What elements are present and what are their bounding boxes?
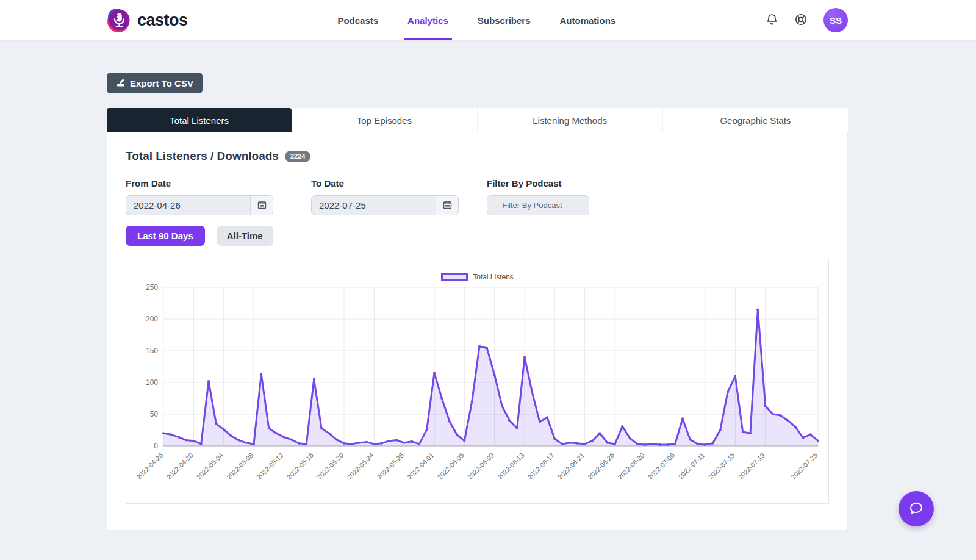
to-date-calendar-button[interactable]	[436, 196, 458, 215]
chat-widget-button[interactable]	[899, 491, 934, 526]
svg-text:2022-04-26: 2022-04-26	[135, 451, 164, 481]
nav-item-subscribers[interactable]: Subscribers	[478, 0, 531, 40]
svg-text:2022-06-05: 2022-06-05	[436, 451, 465, 481]
analytics-tabs: Total Listeners Top Episodes Listening M…	[107, 108, 848, 132]
nav-item-podcasts[interactable]: Podcasts	[337, 0, 378, 40]
castos-logo-icon	[107, 8, 131, 32]
help-button[interactable]	[794, 13, 808, 28]
export-csv-button[interactable]: Export To CSV	[107, 73, 203, 93]
svg-text:250: 250	[146, 283, 158, 292]
notifications-button[interactable]	[766, 13, 778, 28]
tab-total-listeners[interactable]: Total Listeners	[107, 108, 292, 132]
calendar-icon	[257, 200, 267, 211]
tab-geographic-stats[interactable]: Geographic Stats	[663, 108, 848, 132]
svg-text:2022-05-16: 2022-05-16	[285, 451, 315, 481]
svg-text:2022-07-06: 2022-07-06	[647, 451, 676, 481]
svg-text:50: 50	[150, 410, 159, 418]
bell-icon	[766, 13, 778, 28]
castos-wordmark: castos	[137, 11, 188, 30]
chat-bubble-icon	[908, 500, 925, 519]
total-listeners-panel: Total Listeners / Downloads 2224 From Da…	[107, 132, 848, 531]
total-count-badge: 2224	[285, 151, 310, 162]
user-avatar[interactable]: SS	[824, 8, 848, 32]
svg-text:2022-05-12: 2022-05-12	[255, 451, 284, 481]
svg-text:2022-05-04: 2022-05-04	[195, 451, 224, 481]
svg-text:2022-06-21: 2022-06-21	[556, 451, 586, 481]
panel-title: Total Listeners / Downloads	[126, 149, 279, 163]
castos-logo[interactable]: castos	[107, 8, 188, 32]
svg-text:150: 150	[146, 346, 158, 355]
svg-text:2022-06-30: 2022-06-30	[616, 451, 645, 481]
main-nav: Podcasts Analytics Subscribers Automatio…	[337, 0, 615, 40]
svg-text:2022-07-19: 2022-07-19	[737, 451, 766, 481]
nav-item-automations[interactable]: Automations	[560, 0, 616, 40]
to-date-input[interactable]	[312, 196, 436, 215]
chart-legend: Total Listens	[126, 273, 828, 281]
svg-text:0: 0	[154, 442, 158, 450]
svg-text:2022-05-20: 2022-05-20	[315, 451, 345, 481]
all-time-button[interactable]: All-Time	[217, 226, 273, 246]
legend-label: Total Listens	[473, 273, 514, 281]
tab-top-episodes[interactable]: Top Episodes	[292, 108, 477, 132]
last-90-days-button[interactable]: Last 90 Days	[126, 226, 205, 246]
export-csv-label: Export To CSV	[130, 78, 193, 88]
legend-swatch	[441, 273, 468, 281]
calendar-icon	[443, 200, 452, 211]
filter-by-podcast-label: Filter By Podcast	[487, 178, 589, 188]
svg-text:2022-07-25: 2022-07-25	[789, 451, 819, 481]
svg-text:2022-05-24: 2022-05-24	[345, 451, 375, 481]
lifebuoy-help-icon	[794, 13, 808, 28]
svg-text:2022-04-30: 2022-04-30	[165, 451, 194, 481]
from-date-label: From Date	[126, 178, 273, 188]
svg-text:2022-06-09: 2022-06-09	[466, 451, 495, 481]
svg-text:2022-05-28: 2022-05-28	[376, 451, 405, 481]
to-date-label: To Date	[311, 178, 459, 188]
from-date-input[interactable]	[126, 196, 250, 215]
filter-by-podcast-select[interactable]: -- Filter By Podcast --	[487, 195, 589, 215]
svg-text:2022-06-01: 2022-06-01	[406, 451, 435, 481]
svg-text:2022-07-15: 2022-07-15	[706, 451, 736, 481]
svg-text:200: 200	[146, 315, 158, 323]
svg-text:2022-06-13: 2022-06-13	[496, 451, 525, 481]
nav-item-analytics[interactable]: Analytics	[407, 0, 448, 40]
svg-text:2022-05-08: 2022-05-08	[225, 451, 254, 481]
svg-text:100: 100	[146, 378, 158, 387]
svg-text:2022-06-26: 2022-06-26	[586, 451, 615, 481]
listens-chart: Total Listens 0501001502002502022-04-262…	[126, 259, 829, 504]
svg-text:2022-07-11: 2022-07-11	[677, 451, 706, 481]
export-icon	[116, 77, 126, 89]
analytics-page: Export To CSV Total Listeners Top Episod…	[107, 73, 848, 531]
tab-listening-methods[interactable]: Listening Methods	[478, 108, 663, 132]
from-date-calendar-button[interactable]	[250, 196, 273, 215]
top-navbar: castos Podcasts Analytics Subscribers Au…	[0, 0, 976, 41]
total-listens-area-chart: 0501001502002502022-04-262022-04-302022-…	[126, 282, 830, 500]
svg-text:2022-06-17: 2022-06-17	[526, 451, 555, 481]
